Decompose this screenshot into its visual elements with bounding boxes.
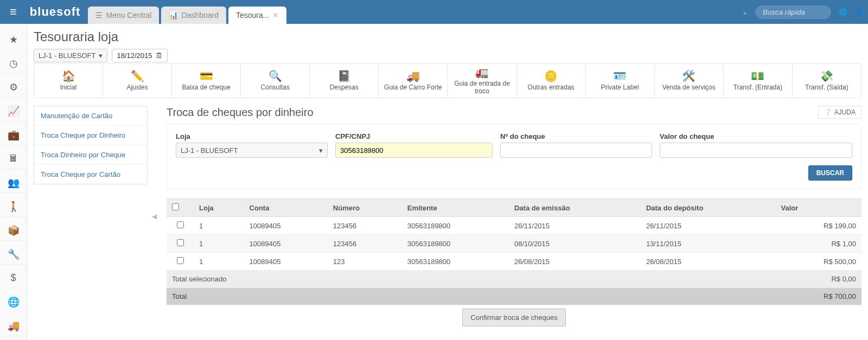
filter-loja-value: LJ-1 - BLUESOFT <box>181 146 238 155</box>
user-icon[interactable]: 👤 <box>855 8 864 16</box>
tab-label: Dashboard <box>181 11 219 20</box>
cell-valor: R$ 199,00 <box>775 217 861 235</box>
action-venda-servicos[interactable]: 🛠️Venda de serviços <box>655 64 724 98</box>
cell-deposito: 26/11/2015 <box>641 217 776 235</box>
rail-star-icon[interactable]: ★ <box>0 29 27 50</box>
side-menu-manutencao[interactable]: Manutenção de Cartão <box>34 106 147 126</box>
table-row: 1 10089405 123 30563189800 26/08/2015 26… <box>167 253 861 271</box>
panel: Troca de cheques por dinheiro ❔ AJUDA Lo… <box>167 106 861 326</box>
page-title: Tesouraria loja <box>34 29 861 44</box>
rail-chart-icon[interactable]: 📈 <box>0 101 27 121</box>
rail-gear-icon[interactable]: ⚙ <box>0 77 27 98</box>
tab-dashboard[interactable]: 📊 Dashboard <box>161 7 226 24</box>
filter-cpf-input[interactable] <box>335 143 493 158</box>
action-label: Ajustes <box>126 84 148 91</box>
side-menu-troca-cheque-dinheiro[interactable]: Troca Cheque por Dinheiro <box>34 126 147 145</box>
filter-numero-label: Nº do cheque <box>500 132 652 140</box>
rail-truck-icon[interactable]: 🚚 <box>0 316 27 336</box>
rail-clock-icon[interactable]: ◷ <box>0 53 27 74</box>
action-inicial[interactable]: 🏠Inicial <box>34 64 103 98</box>
chevron-down-icon: ▾ <box>319 146 323 155</box>
cell-numero: 123456 <box>328 217 402 235</box>
buscar-button[interactable]: BUSCAR <box>808 165 852 181</box>
chevron-down-icon: ▾ <box>99 52 103 60</box>
chevron-down-icon[interactable]: ⌄ <box>742 8 748 16</box>
search-input[interactable] <box>755 5 831 19</box>
cell-loja: 1 <box>194 235 244 253</box>
filter-numero-input[interactable] <box>500 143 652 158</box>
total-label: Total <box>167 288 775 305</box>
filter-valor-label: Valor do cheque <box>660 132 852 140</box>
rail-people-icon[interactable]: 👥 <box>0 172 27 193</box>
table-row: 1 10089405 123456 30563189800 26/11/2015… <box>167 217 861 235</box>
money-in-icon: 💵 <box>751 70 764 81</box>
action-label: Guia de entrada de troco <box>451 80 513 95</box>
action-label: Outras entradas <box>528 84 575 91</box>
total-selected-row: Total selecionado R$ 0,00 <box>167 271 861 288</box>
cell-conta: 10089405 <box>244 253 328 271</box>
cell-deposito: 26/08/2015 <box>641 253 776 271</box>
rail-calculator-icon[interactable]: 🖩 <box>0 149 27 169</box>
list-icon: ☰ <box>95 11 103 20</box>
action-consultas[interactable]: 🔍Consultas <box>241 64 310 98</box>
results-table-wrap: Loja Conta Número Emitente Data de emiss… <box>167 198 861 326</box>
action-guia-entrada-troco[interactable]: 🚛Guia de entrada de troco <box>448 64 516 98</box>
close-icon[interactable]: ✕ <box>272 11 279 20</box>
col-numero: Número <box>328 199 402 217</box>
action-transf-saida[interactable]: 💸Transf. (Saída) <box>793 64 861 98</box>
search-icon: 🔍 <box>269 70 282 81</box>
rail-person-icon[interactable]: 🚶 <box>0 196 27 217</box>
rail-briefcase-icon[interactable]: 💼 <box>0 125 27 145</box>
id-icon: 🪪 <box>613 70 627 81</box>
cell-emitente: 30563189800 <box>402 235 509 253</box>
row-checkbox[interactable] <box>177 221 184 228</box>
top-tabs: ☰ Menu Central 📊 Dashboard Tesoura... ✕ <box>88 0 289 24</box>
tab-menu-central[interactable]: ☰ Menu Central <box>88 7 159 24</box>
action-private-label[interactable]: 🪪Private Label <box>586 64 655 98</box>
total-selected-value: R$ 0,00 <box>775 271 861 288</box>
action-label: Inicial <box>60 84 77 91</box>
action-label: Guia de Carro Forte <box>384 84 442 91</box>
date-picker[interactable]: 18/12/2015 🗓 <box>112 49 167 62</box>
row-checkbox[interactable] <box>177 239 184 246</box>
row-checkbox[interactable] <box>177 257 184 264</box>
menu-icon[interactable]: ≡ <box>4 5 22 19</box>
action-label: Transf. (Entrada) <box>733 84 782 91</box>
action-despesas[interactable]: 📓Despesas <box>310 64 379 98</box>
action-label: Venda de serviços <box>662 84 716 91</box>
side-menu-troca-dinheiro-cheque[interactable]: Troca Dinheiro por Cheque <box>34 145 147 165</box>
cell-loja: 1 <box>194 253 244 271</box>
globe-icon[interactable]: 🌐 <box>839 8 847 16</box>
action-ajustes[interactable]: ✏️Ajustes <box>103 64 172 98</box>
rail-box-icon[interactable]: 📦 <box>0 220 27 241</box>
help-button[interactable]: ❔ AJUDA <box>818 106 861 119</box>
top-right: ⌄ 🌐 👤 <box>742 5 864 19</box>
filter-loja-label: Loja <box>176 132 328 140</box>
action-guia-carro-forte[interactable]: 🚚Guia de Carro Forte <box>379 64 448 98</box>
cell-numero: 123456 <box>328 235 402 253</box>
cell-emitente: 30563189800 <box>402 217 509 235</box>
truck-icon: 🚚 <box>406 70 420 81</box>
collapse-handle-icon[interactable]: ◀ <box>152 213 157 220</box>
cell-loja: 1 <box>194 217 244 235</box>
side-menu-troca-cheque-cartao[interactable]: Troca Cheque por Cartão <box>34 165 147 184</box>
filter-loja-select[interactable]: LJ-1 - BLUESOFT ▾ <box>176 143 328 158</box>
cell-conta: 10089405 <box>244 217 328 235</box>
action-baixa-cheque[interactable]: 💳Baixa de cheque <box>172 64 241 98</box>
confirm-button[interactable]: Confirmar troca de cheques <box>462 309 565 326</box>
cell-conta: 10089405 <box>244 235 328 253</box>
cell-valor: R$ 500,00 <box>775 253 861 271</box>
tab-tesouraria[interactable]: Tesoura... ✕ <box>228 7 286 24</box>
select-all-checkbox[interactable] <box>172 203 179 210</box>
action-outras-entradas[interactable]: 🪙Outras entradas <box>517 64 586 98</box>
cell-emitente: 30563189800 <box>402 253 509 271</box>
rail-wrench-icon[interactable]: 🔧 <box>0 244 27 265</box>
col-deposito: Data do depósito <box>641 199 776 217</box>
filter-valor-input[interactable] <box>660 143 852 158</box>
total-row: Total R$ 700,00 <box>167 288 861 305</box>
rail-globe-icon[interactable]: 🌐 <box>0 292 27 312</box>
rail-dollar-icon[interactable]: $ <box>0 268 27 288</box>
store-select[interactable]: LJ-1 - BLUESOFT ▾ <box>34 49 107 62</box>
action-transf-entrada[interactable]: 💵Transf. (Entrada) <box>724 64 793 98</box>
cell-valor: R$ 1,00 <box>775 235 861 253</box>
